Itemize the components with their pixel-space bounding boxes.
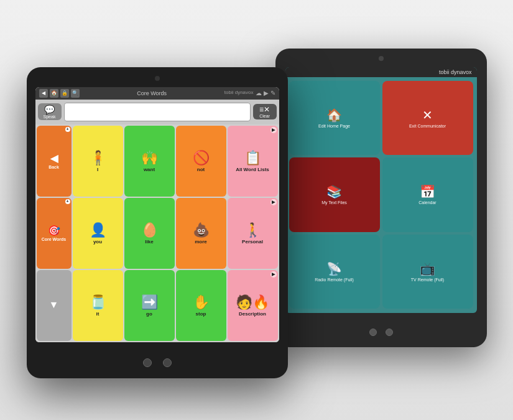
edit-icon[interactable]: ✎	[270, 90, 275, 96]
chevron-down-icon: ▼	[49, 299, 59, 310]
search-nav-icon[interactable]: 🔍	[71, 89, 80, 98]
tv-icon: 📺	[420, 261, 435, 276]
pic-all-word-lists: 📋	[244, 150, 261, 166]
back-tablet-dots	[275, 329, 487, 336]
core-words-label: Core Words	[42, 237, 67, 241]
back-tablet-header: tobii dynavox	[285, 67, 477, 77]
core-words-button[interactable]: + 🎯 Core Words	[37, 198, 72, 269]
back-cell-tv[interactable]: 📺 TV Remote (Full)	[382, 235, 473, 309]
aac-output-row: 💬 Speak ≡✕ Clear	[35, 100, 279, 124]
nav-down-button[interactable]: ▼	[37, 270, 72, 341]
front-dot-2	[163, 358, 172, 367]
cell-not[interactable]: 🚫 not	[176, 126, 226, 197]
plus-badge-back: +	[65, 127, 70, 132]
front-dot-1	[143, 358, 152, 367]
aac-grid-area: + ◀ Back + 🎯 Core Words ▼	[35, 124, 279, 342]
arrow-description: ▶	[270, 271, 277, 278]
pic-more: 💩	[193, 222, 210, 238]
speak-label: Speak	[44, 114, 56, 119]
scene: tobii dynavox 🏠 Edit Home Page ✕ Exit Co…	[14, 30, 499, 391]
home-icon: 🏠	[326, 108, 342, 123]
book-icon: 📚	[326, 184, 342, 199]
pic-go: ➡️	[141, 294, 158, 310]
speech-bubble-icon: 💬	[44, 105, 55, 114]
pic-you: 👤	[90, 222, 106, 238]
back-nav-icon[interactable]: ◀	[39, 89, 48, 98]
pic-not: 🚫	[193, 150, 210, 166]
cell-i[interactable]: 🧍 I	[73, 126, 123, 197]
back-dot-2	[386, 329, 393, 336]
back-tablet-grid: 🏠 Edit Home Page ✕ Exit Communicator 📚 M…	[285, 77, 477, 313]
arrow-personal: ▶	[270, 199, 277, 205]
play-icon[interactable]: ▶	[264, 90, 269, 96]
arrow-all-word-lists: ▶	[270, 127, 277, 133]
back-button[interactable]: + ◀ Back	[37, 126, 72, 197]
pic-description: 🧑‍🔥	[236, 294, 269, 310]
cell-you[interactable]: 👤 you	[73, 198, 123, 269]
aac-title: Core Words	[137, 90, 167, 96]
cell-description[interactable]: ▶ 🧑‍🔥 Description	[228, 270, 278, 341]
cell-like[interactable]: 🥚 like	[124, 198, 175, 269]
back-cell-text-files[interactable]: 📚 My Text Files	[289, 157, 380, 232]
back-arrow-icon: ◀	[50, 152, 58, 164]
back-tablet: tobii dynavox 🏠 Edit Home Page ✕ Exit Co…	[275, 49, 487, 347]
plus-badge-core: +	[65, 199, 70, 204]
cell-stop[interactable]: ✋ stop	[176, 270, 226, 341]
cell-want[interactable]: 🙌 want	[124, 126, 175, 197]
aac-topbar-right: tobii dynavox ☁ ▶ ✎	[224, 90, 275, 96]
radio-icon: 📡	[326, 261, 342, 276]
pic-i: 🧍	[90, 150, 106, 166]
pic-want: 🙌	[141, 150, 158, 166]
front-tablet-dots	[27, 358, 288, 367]
pic-like: 🥚	[141, 222, 158, 238]
back-cell-edit-home[interactable]: 🏠 Edit Home Page	[289, 81, 380, 156]
lock-nav-icon[interactable]: 🔒	[60, 89, 69, 98]
clear-button[interactable]: ≡✕ Clear	[253, 104, 277, 119]
cell-all-word-lists[interactable]: ▶ 📋 All Word Lists	[228, 126, 278, 197]
front-brand: tobii dynavox	[224, 90, 254, 96]
cell-personal[interactable]: ▶ 🚶 Personal	[228, 198, 278, 269]
front-tablet-camera	[155, 76, 160, 81]
clear-label: Clear	[259, 114, 270, 118]
calendar-icon: 📅	[420, 184, 435, 199]
back-dot-1	[369, 329, 377, 336]
x-icon: ✕	[422, 108, 433, 123]
back-label: Back	[49, 165, 59, 169]
aac-text-box[interactable]	[64, 103, 251, 121]
aac-topbar: ◀ 🏠 🔒 🔍 Core Words tobii dynavox ☁ ▶ ✎	[35, 87, 279, 100]
cell-it[interactable]: 🫙 it	[73, 270, 123, 341]
aac-main-grid: 🧍 I 🙌 want 🚫 not ▶ 📋	[73, 126, 278, 341]
speak-button[interactable]: 💬 Speak	[38, 103, 62, 120]
back-cell-radio[interactable]: 📡 Radio Remote (Full)	[289, 235, 380, 309]
pic-stop: ✋	[193, 294, 210, 310]
aac-area: 💬 Speak ≡✕ Clear + ◀	[35, 100, 279, 342]
cell-go[interactable]: ➡️ go	[124, 270, 175, 341]
clear-icon: ≡✕	[259, 105, 270, 114]
back-cell-calendar[interactable]: 📅 Calendar	[382, 157, 473, 232]
back-cell-exit[interactable]: ✕ Exit Communicator	[382, 81, 473, 156]
front-tablet: ◀ 🏠 🔒 🔍 Core Words tobii dynavox ☁ ▶ ✎	[27, 67, 288, 378]
nav-icons: ◀ 🏠 🔒 🔍	[39, 89, 80, 98]
pic-personal: 🚶	[244, 222, 261, 238]
cell-more[interactable]: 💩 more	[176, 198, 226, 269]
back-tablet-brand: tobii dynavox	[439, 69, 472, 75]
back-tablet-screen: tobii dynavox 🏠 Edit Home Page ✕ Exit Co…	[285, 67, 477, 313]
target-icon: 🎯	[48, 225, 60, 236]
aac-sidebar: + ◀ Back + 🎯 Core Words ▼	[37, 126, 72, 341]
back-tablet-camera	[379, 56, 384, 61]
front-tablet-screen: ◀ 🏠 🔒 🔍 Core Words tobii dynavox ☁ ▶ ✎	[35, 87, 279, 342]
cloud-icon[interactable]: ☁	[256, 90, 262, 96]
home-nav-icon[interactable]: 🏠	[50, 89, 58, 98]
pic-it: 🫙	[90, 294, 106, 310]
